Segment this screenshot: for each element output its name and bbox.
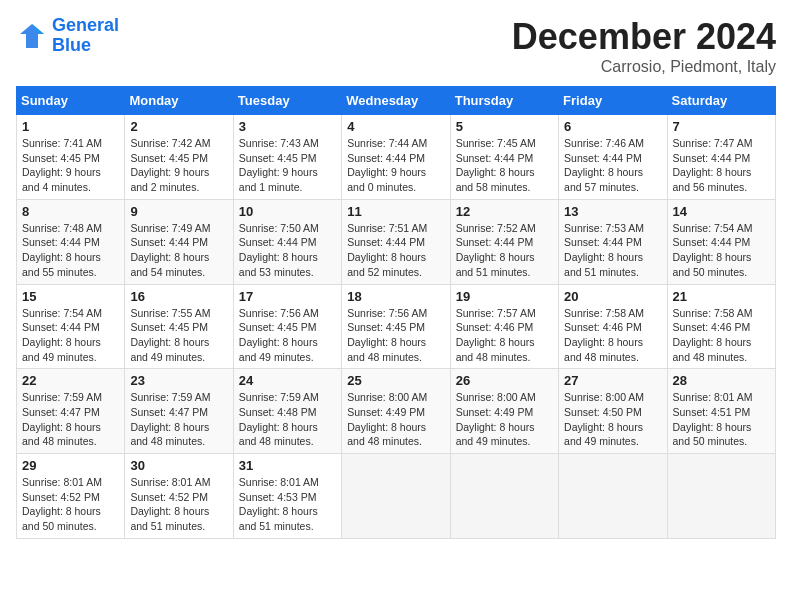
- calendar-day-15: 15Sunrise: 7:54 AM Sunset: 4:44 PM Dayli…: [17, 284, 125, 369]
- header: General Blue December 2024 Carrosio, Pie…: [16, 16, 776, 76]
- day-info: Sunrise: 8:01 AM Sunset: 4:52 PM Dayligh…: [22, 475, 119, 534]
- calendar-day-7: 7Sunrise: 7:47 AM Sunset: 4:44 PM Daylig…: [667, 115, 775, 200]
- day-header-monday: Monday: [125, 87, 233, 115]
- day-info: Sunrise: 7:54 AM Sunset: 4:44 PM Dayligh…: [673, 221, 770, 280]
- calendar-day-18: 18Sunrise: 7:56 AM Sunset: 4:45 PM Dayli…: [342, 284, 450, 369]
- day-number: 8: [22, 204, 119, 219]
- calendar-day-16: 16Sunrise: 7:55 AM Sunset: 4:45 PM Dayli…: [125, 284, 233, 369]
- calendar-week-3: 15Sunrise: 7:54 AM Sunset: 4:44 PM Dayli…: [17, 284, 776, 369]
- calendar-day-24: 24Sunrise: 7:59 AM Sunset: 4:48 PM Dayli…: [233, 369, 341, 454]
- day-number: 19: [456, 289, 553, 304]
- day-header-friday: Friday: [559, 87, 667, 115]
- day-info: Sunrise: 7:50 AM Sunset: 4:44 PM Dayligh…: [239, 221, 336, 280]
- calendar-day-11: 11Sunrise: 7:51 AM Sunset: 4:44 PM Dayli…: [342, 199, 450, 284]
- logo-icon: [16, 20, 48, 52]
- month-title: December 2024: [512, 16, 776, 58]
- day-number: 11: [347, 204, 444, 219]
- calendar-day-25: 25Sunrise: 8:00 AM Sunset: 4:49 PM Dayli…: [342, 369, 450, 454]
- day-info: Sunrise: 7:58 AM Sunset: 4:46 PM Dayligh…: [673, 306, 770, 365]
- calendar-day-9: 9Sunrise: 7:49 AM Sunset: 4:44 PM Daylig…: [125, 199, 233, 284]
- day-info: Sunrise: 7:44 AM Sunset: 4:44 PM Dayligh…: [347, 136, 444, 195]
- day-info: Sunrise: 7:56 AM Sunset: 4:45 PM Dayligh…: [239, 306, 336, 365]
- day-header-saturday: Saturday: [667, 87, 775, 115]
- day-number: 7: [673, 119, 770, 134]
- calendar-day-6: 6Sunrise: 7:46 AM Sunset: 4:44 PM Daylig…: [559, 115, 667, 200]
- day-header-sunday: Sunday: [17, 87, 125, 115]
- calendar-header-row: SundayMondayTuesdayWednesdayThursdayFrid…: [17, 87, 776, 115]
- calendar-day-22: 22Sunrise: 7:59 AM Sunset: 4:47 PM Dayli…: [17, 369, 125, 454]
- day-info: Sunrise: 7:42 AM Sunset: 4:45 PM Dayligh…: [130, 136, 227, 195]
- day-number: 13: [564, 204, 661, 219]
- day-header-thursday: Thursday: [450, 87, 558, 115]
- day-info: Sunrise: 7:56 AM Sunset: 4:45 PM Dayligh…: [347, 306, 444, 365]
- calendar-day-21: 21Sunrise: 7:58 AM Sunset: 4:46 PM Dayli…: [667, 284, 775, 369]
- day-number: 21: [673, 289, 770, 304]
- day-number: 31: [239, 458, 336, 473]
- day-header-tuesday: Tuesday: [233, 87, 341, 115]
- day-info: Sunrise: 7:58 AM Sunset: 4:46 PM Dayligh…: [564, 306, 661, 365]
- day-number: 15: [22, 289, 119, 304]
- day-header-wednesday: Wednesday: [342, 87, 450, 115]
- calendar-day-4: 4Sunrise: 7:44 AM Sunset: 4:44 PM Daylig…: [342, 115, 450, 200]
- day-info: Sunrise: 8:01 AM Sunset: 4:53 PM Dayligh…: [239, 475, 336, 534]
- day-number: 16: [130, 289, 227, 304]
- svg-marker-0: [20, 24, 44, 48]
- day-info: Sunrise: 7:47 AM Sunset: 4:44 PM Dayligh…: [673, 136, 770, 195]
- day-info: Sunrise: 8:00 AM Sunset: 4:49 PM Dayligh…: [347, 390, 444, 449]
- day-number: 17: [239, 289, 336, 304]
- calendar-week-4: 22Sunrise: 7:59 AM Sunset: 4:47 PM Dayli…: [17, 369, 776, 454]
- day-number: 2: [130, 119, 227, 134]
- calendar-day-10: 10Sunrise: 7:50 AM Sunset: 4:44 PM Dayli…: [233, 199, 341, 284]
- calendar-day-19: 19Sunrise: 7:57 AM Sunset: 4:46 PM Dayli…: [450, 284, 558, 369]
- day-info: Sunrise: 7:54 AM Sunset: 4:44 PM Dayligh…: [22, 306, 119, 365]
- day-number: 14: [673, 204, 770, 219]
- calendar-day-12: 12Sunrise: 7:52 AM Sunset: 4:44 PM Dayli…: [450, 199, 558, 284]
- calendar-day-8: 8Sunrise: 7:48 AM Sunset: 4:44 PM Daylig…: [17, 199, 125, 284]
- title-area: December 2024 Carrosio, Piedmont, Italy: [512, 16, 776, 76]
- calendar-day-3: 3Sunrise: 7:43 AM Sunset: 4:45 PM Daylig…: [233, 115, 341, 200]
- day-number: 30: [130, 458, 227, 473]
- day-info: Sunrise: 7:49 AM Sunset: 4:44 PM Dayligh…: [130, 221, 227, 280]
- calendar-day-27: 27Sunrise: 8:00 AM Sunset: 4:50 PM Dayli…: [559, 369, 667, 454]
- logo: General Blue: [16, 16, 119, 56]
- calendar-day-29: 29Sunrise: 8:01 AM Sunset: 4:52 PM Dayli…: [17, 454, 125, 539]
- location: Carrosio, Piedmont, Italy: [512, 58, 776, 76]
- calendar-week-5: 29Sunrise: 8:01 AM Sunset: 4:52 PM Dayli…: [17, 454, 776, 539]
- day-info: Sunrise: 7:48 AM Sunset: 4:44 PM Dayligh…: [22, 221, 119, 280]
- logo-text: General Blue: [52, 16, 119, 56]
- day-number: 10: [239, 204, 336, 219]
- day-number: 4: [347, 119, 444, 134]
- day-info: Sunrise: 8:01 AM Sunset: 4:52 PM Dayligh…: [130, 475, 227, 534]
- day-info: Sunrise: 7:45 AM Sunset: 4:44 PM Dayligh…: [456, 136, 553, 195]
- day-info: Sunrise: 7:57 AM Sunset: 4:46 PM Dayligh…: [456, 306, 553, 365]
- calendar-day-28: 28Sunrise: 8:01 AM Sunset: 4:51 PM Dayli…: [667, 369, 775, 454]
- day-number: 20: [564, 289, 661, 304]
- day-number: 25: [347, 373, 444, 388]
- day-info: Sunrise: 7:53 AM Sunset: 4:44 PM Dayligh…: [564, 221, 661, 280]
- day-number: 3: [239, 119, 336, 134]
- day-number: 9: [130, 204, 227, 219]
- day-number: 28: [673, 373, 770, 388]
- day-info: Sunrise: 7:46 AM Sunset: 4:44 PM Dayligh…: [564, 136, 661, 195]
- day-number: 22: [22, 373, 119, 388]
- calendar-day-23: 23Sunrise: 7:59 AM Sunset: 4:47 PM Dayli…: [125, 369, 233, 454]
- day-info: Sunrise: 7:51 AM Sunset: 4:44 PM Dayligh…: [347, 221, 444, 280]
- calendar-day-1: 1Sunrise: 7:41 AM Sunset: 4:45 PM Daylig…: [17, 115, 125, 200]
- calendar-day-31: 31Sunrise: 8:01 AM Sunset: 4:53 PM Dayli…: [233, 454, 341, 539]
- day-info: Sunrise: 8:01 AM Sunset: 4:51 PM Dayligh…: [673, 390, 770, 449]
- empty-day: [342, 454, 450, 539]
- calendar-day-26: 26Sunrise: 8:00 AM Sunset: 4:49 PM Dayli…: [450, 369, 558, 454]
- day-info: Sunrise: 7:55 AM Sunset: 4:45 PM Dayligh…: [130, 306, 227, 365]
- calendar-day-13: 13Sunrise: 7:53 AM Sunset: 4:44 PM Dayli…: [559, 199, 667, 284]
- day-info: Sunrise: 7:41 AM Sunset: 4:45 PM Dayligh…: [22, 136, 119, 195]
- calendar-week-2: 8Sunrise: 7:48 AM Sunset: 4:44 PM Daylig…: [17, 199, 776, 284]
- day-number: 27: [564, 373, 661, 388]
- calendar-body: 1Sunrise: 7:41 AM Sunset: 4:45 PM Daylig…: [17, 115, 776, 539]
- calendar-day-20: 20Sunrise: 7:58 AM Sunset: 4:46 PM Dayli…: [559, 284, 667, 369]
- day-number: 5: [456, 119, 553, 134]
- calendar-day-2: 2Sunrise: 7:42 AM Sunset: 4:45 PM Daylig…: [125, 115, 233, 200]
- day-info: Sunrise: 7:59 AM Sunset: 4:48 PM Dayligh…: [239, 390, 336, 449]
- day-info: Sunrise: 7:43 AM Sunset: 4:45 PM Dayligh…: [239, 136, 336, 195]
- empty-day: [667, 454, 775, 539]
- empty-day: [450, 454, 558, 539]
